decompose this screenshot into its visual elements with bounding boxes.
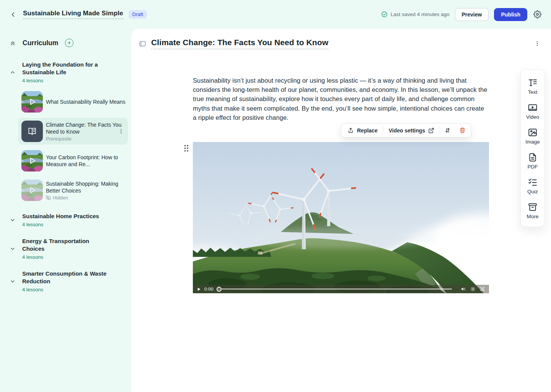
add-image-block-button[interactable]: Image [521,127,544,145]
lesson-options-button[interactable] [533,40,541,47]
seek-track-line [222,289,452,290]
volume-button[interactable] [460,286,466,292]
sort-arrows-icon [444,127,451,134]
video-settings-button[interactable]: Video settings [383,124,440,137]
lesson-video-thumbnail [21,91,43,113]
status-badge: Draft [129,10,147,19]
fullscreen-button[interactable] [479,286,486,292]
section-title: Smarter Consumption & Waste Reduction [22,270,111,285]
gear-icon [533,10,541,18]
chevron-down-icon [10,278,16,284]
plus-icon [67,41,72,45]
curriculum-heading: Curriculum [23,39,58,47]
section-lesson-count: 4 lessons [22,78,126,83]
add-section-button[interactable] [65,39,73,47]
play-overlay-icon [21,180,43,201]
curriculum-section: Smarter Consumption & Waste Reduction 4 … [9,270,126,292]
add-video-block-button[interactable]: Video [521,103,544,120]
lesson-reading-thumbnail [21,121,43,142]
check-circle-icon [381,11,388,18]
section-expand-button[interactable] [9,245,16,252]
curriculum-section: Energy & Transportation Choices 4 lesson… [9,237,126,260]
lesson-title: Sustainable Shopping: Making Better Choi… [46,180,126,194]
publish-button[interactable]: Publish [494,8,527,21]
replace-video-button[interactable]: Replace [342,124,383,137]
kebab-menu-icon [118,129,124,134]
image-block-icon [528,127,538,137]
lesson-item[interactable]: What Sustainability Really Means [21,91,126,113]
lesson-title: What Sustainability Really Means [46,98,126,105]
chevron-left-icon [9,11,17,18]
play-overlay-icon [21,91,43,113]
drag-handle-icon[interactable] [183,144,189,153]
video-block[interactable]: 0:00 [193,142,489,293]
lesson-item-selected[interactable]: Climate Change: The Facts You Need to Kn… [18,118,128,145]
curriculum-section: Laying the Foundation for a Sustainable … [9,61,126,201]
section-title: Laying the Foundation for a Sustainable … [22,61,111,76]
book-open-icon [27,126,37,136]
section-lesson-count: 4 lessons [22,222,126,227]
wind-turbines-video-still [193,142,489,293]
top-bar: Sustainable Living Made Simple Draft Las… [0,0,551,29]
video-player[interactable]: 0:00 [193,142,489,293]
lesson-title: Your Carbon Footprint: How to Measure an… [46,154,126,168]
chevron-down-icon [10,217,16,223]
lesson-hidden-label: Hidden [46,195,126,201]
lesson-item-hidden[interactable]: Sustainable Shopping: Making Better Choi… [21,180,126,201]
course-title[interactable]: Sustainable Living Made Simple [23,10,123,19]
lesson-item[interactable]: Your Carbon Footprint: How to Measure an… [21,150,126,172]
lesson-prerequisite-label: Prerequisite [46,136,126,142]
lesson-page-title[interactable]: Climate Change: The Facts You Need to Kn… [151,38,328,49]
delete-block-button[interactable] [455,124,470,137]
trash-icon [459,127,466,134]
add-quiz-block-button[interactable]: Quiz [521,177,544,194]
lesson-video-thumbnail [21,150,43,172]
collapse-all-button[interactable] [9,39,16,47]
section-expand-button[interactable] [9,278,16,285]
add-text-block-button[interactable]: Text [521,78,544,95]
settings-gear-button[interactable] [533,10,542,19]
eye-off-icon [46,195,51,200]
save-status: Last saved 4 minutes ago [381,11,450,18]
chevrons-up-icon [10,40,16,46]
section-lesson-count: 4 lessons [22,287,126,292]
player-settings-button[interactable] [470,286,476,292]
lesson-menu-button[interactable] [117,128,125,135]
play-button[interactable] [196,287,201,292]
section-header[interactable]: Sustainable Home Practices 4 lessons [9,212,126,227]
section-header[interactable]: Energy & Transportation Choices 4 lesson… [9,237,126,260]
play-overlay-icon [21,150,43,172]
more-blocks-button[interactable]: More [521,202,544,219]
video-block-icon [528,103,538,113]
lesson-editor: Climate Change: The Facts You Need to Kn… [131,29,551,392]
section-header[interactable]: Laying the Foundation for a Sustainable … [9,61,126,83]
playback-time: 0:00 [204,287,214,291]
section-header[interactable]: Smarter Consumption & Waste Reduction 4 … [9,270,126,292]
section-lesson-count: 4 lessons [22,254,126,260]
lesson-paragraph[interactable]: Sustainability isn’t just about recyclin… [193,76,489,122]
section-expand-button[interactable] [9,217,16,224]
pdf-block-icon [528,152,538,162]
section-collapse-button[interactable] [9,69,16,76]
more-block-icon [528,202,538,212]
add-pdf-block-button[interactable]: PDF [521,152,544,170]
kebab-menu-icon [534,41,540,47]
section-title: Sustainable Home Practices [22,212,111,220]
preview-button[interactable]: Preview [455,8,489,21]
back-button[interactable] [8,10,18,19]
toggle-sidebar-button[interactable] [139,40,147,48]
external-link-icon [428,127,434,134]
seek-bar[interactable] [217,285,457,293]
quiz-block-icon [528,177,538,187]
curriculum-section: Sustainable Home Practices 4 lessons [9,212,126,227]
move-block-button[interactable] [440,124,455,137]
chevron-up-icon [10,69,16,75]
curriculum-sidebar: Curriculum Laying the Foundation for a S… [0,29,131,392]
block-palette: Text Video Image PDF Quiz More [520,69,545,227]
lesson-video-thumbnail [21,180,43,201]
chevron-down-icon [10,246,16,252]
text-block-icon [528,78,538,88]
lesson-title: Climate Change: The Facts You Need to Kn… [46,121,126,135]
save-status-text: Last saved 4 minutes ago [391,11,450,17]
seek-knob[interactable] [217,287,222,292]
